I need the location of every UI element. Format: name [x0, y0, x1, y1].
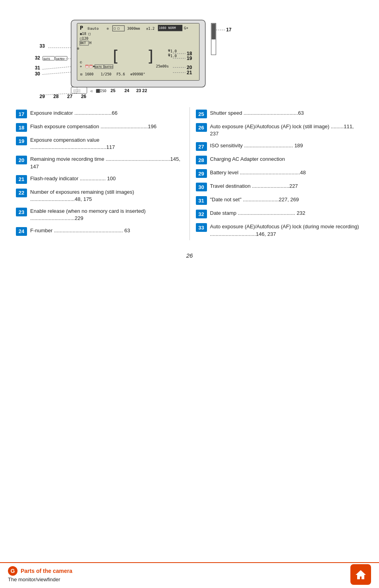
svg-text:]: ]: [146, 47, 156, 65]
index-number-20: 20: [16, 156, 27, 164]
right-index-column: 25 Shutter speed .......................…: [192, 107, 367, 240]
svg-line-66: [42, 67, 71, 69]
index-row-19: 19 Exposure compensation value .........…: [16, 134, 184, 153]
svg-text:17: 17: [226, 27, 232, 33]
svg-text:29: 29: [40, 94, 45, 99]
index-row-24: 24 F-number ............................…: [16, 225, 184, 238]
svg-text:24: 24: [124, 88, 129, 93]
svg-text:⊠: ⊠: [168, 53, 170, 56]
index-number-29: 29: [196, 169, 207, 178]
index-text-20: Remaining movie recording time .........…: [30, 156, 184, 170]
svg-marker-74: [356, 570, 366, 579]
index-row-33: 33 Auto exposure (AE)/Autofocus (AF) loc…: [196, 221, 364, 240]
svg-text:19: 19: [187, 56, 192, 61]
index-row-18: 18 Flash exposure compensation .........…: [16, 121, 184, 134]
svg-text:G+: G+: [184, 26, 188, 30]
index-row-29: 29 Battery level .......................…: [196, 167, 364, 180]
svg-text:30: 30: [35, 71, 41, 77]
svg-text:H: H: [89, 41, 91, 45]
index-text-32: Date stamp .............................…: [210, 210, 364, 217]
index-number-23: 23: [16, 208, 27, 216]
svg-text:3000mm: 3000mm: [127, 27, 140, 31]
index-text-29: Battery level ..........................…: [210, 169, 364, 176]
svg-text:32: 32: [35, 55, 41, 61]
index-number-30: 30: [196, 183, 207, 191]
index-text-28: Charging AC Adapter connection: [210, 156, 364, 163]
svg-text:1080 NORM: 1080 NORM: [159, 26, 176, 30]
index-text-21: Flash-ready indicator ..................…: [30, 175, 184, 182]
svg-text:23 22: 23 22: [136, 88, 147, 93]
index-row-31: 31 "Date not set" ......................…: [196, 194, 364, 207]
section-title: Parts of the camera: [21, 568, 72, 574]
svg-text:□120: □120: [80, 37, 89, 40]
svg-text:31: 31: [35, 65, 41, 71]
svg-text:27: 27: [67, 94, 73, 99]
svg-text:[: [: [110, 47, 120, 65]
index-text-18: Flash exposure compensation ............…: [30, 123, 184, 130]
home-icon: [355, 569, 367, 580]
svg-text:◉18  □: ◉18 □: [80, 32, 91, 36]
svg-text:BKT: BKT: [80, 41, 86, 45]
svg-text:DATE: DATE: [95, 66, 102, 69]
svg-text:±1.2: ±1.2: [146, 27, 155, 31]
index-text-19: Exposure compensation value ............…: [30, 137, 184, 151]
camera-diagram-section: P ⑤auto ⊙ □ □ 3000mm ±1.2 1080 NORM G+ ◉…: [0, 0, 379, 103]
index-number-19: 19: [16, 137, 27, 145]
svg-text:DATE©: DATE©: [104, 66, 113, 69]
index-row-27: 27 ISO sensitivity .....................…: [196, 140, 364, 153]
index-text-24: F-number ...............................…: [30, 227, 184, 234]
svg-text:◁: ◁: [90, 89, 93, 93]
left-index-column: 17 Exposure indicator ..................…: [12, 107, 188, 240]
index-text-25: Shutter speed ..........................…: [210, 110, 364, 117]
page-number: 26: [0, 244, 379, 263]
index-text-33: Auto exposure (AE)/Autofocus (AF) lock (…: [210, 223, 364, 237]
index-row-22: 22 Number of exposures remaining (still …: [16, 186, 184, 205]
svg-text:©: ©: [80, 60, 82, 64]
index-text-17: Exposure indicator .....................…: [30, 110, 184, 117]
svg-text:✈: ✈: [80, 64, 82, 68]
index-text-26: Auto exposure (AE)/Autofocus (AF) lock (…: [210, 123, 364, 137]
svg-line-67: [42, 72, 71, 75]
svg-text:⑤auto: ⑤auto: [87, 27, 99, 31]
index-row-23: 23 Enable release (when no memory card i…: [16, 205, 184, 224]
index-row-25: 25 Shutter speed .......................…: [196, 107, 364, 121]
index-row-26: 26 Auto exposure (AE)/Autofocus (AF) loc…: [196, 121, 364, 140]
svg-text:25: 25: [110, 88, 115, 93]
svg-text:⏰⏰♠: ⏰⏰♠: [85, 64, 95, 68]
svg-text:F5.6: F5.6: [116, 72, 125, 76]
home-button[interactable]: [350, 564, 371, 585]
index-section: 17 Exposure indicator ..................…: [0, 103, 379, 244]
index-number-22: 22: [16, 189, 27, 197]
footer-subtitle: The monitor/viewfinder: [0, 576, 379, 588]
index-number-17: 17: [16, 110, 27, 118]
svg-text:DATE: DATE: [44, 58, 50, 61]
index-number-27: 27: [196, 142, 207, 151]
index-row-20: 20 Remaining movie recording time ......…: [16, 153, 184, 172]
svg-text:⊟: ⊟: [80, 72, 82, 76]
svg-text:21: 21: [187, 70, 192, 75]
svg-text:20: 20: [187, 65, 192, 70]
index-number-24: 24: [16, 227, 27, 236]
svg-text:1600: 1600: [85, 72, 94, 76]
index-number-28: 28: [196, 156, 207, 164]
svg-text:26: 26: [81, 94, 87, 99]
index-number-18: 18: [16, 123, 27, 132]
svg-text:28: 28: [53, 94, 59, 99]
footer-title-row: G Parts of the camera: [0, 563, 379, 576]
index-number-32: 32: [196, 210, 207, 218]
svg-text:⊙: ⊙: [106, 27, 108, 31]
svg-text:DATE©: DATE©: [56, 58, 65, 61]
index-row-21: 21 Flash-ready indicator ...............…: [16, 173, 184, 186]
svg-text:25m00s: 25m00s: [156, 64, 169, 68]
index-number-21: 21: [16, 175, 27, 184]
svg-text:33: 33: [40, 43, 45, 49]
svg-rect-38: [212, 24, 216, 40]
section-icon: G: [8, 566, 17, 576]
svg-text:⊗99998°: ⊗99998°: [130, 72, 145, 76]
footer: G Parts of the camera The monitor/viewfi…: [0, 562, 379, 588]
column-divider: [190, 107, 190, 240]
index-row-17: 17 Exposure indicator ..................…: [16, 107, 184, 121]
index-row-30: 30 Travel destination ..................…: [196, 180, 364, 194]
svg-text:⚙: ⚙: [77, 46, 79, 50]
index-text-31: "Date not set" .........................…: [210, 196, 364, 203]
